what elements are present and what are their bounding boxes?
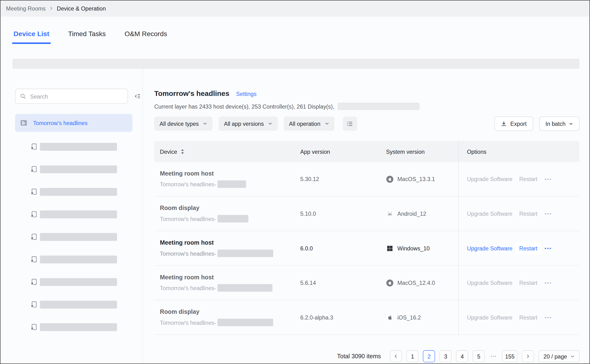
redacted-banner: [13, 58, 579, 69]
upgrade-software-link[interactable]: Upgrade Software: [467, 176, 512, 182]
next-page-button[interactable]: [522, 350, 534, 362]
page-button-3[interactable]: 3: [440, 350, 452, 362]
device-tree-sidebar: Tomorrow's headlines: [0, 69, 143, 364]
device-icon: [30, 165, 38, 173]
tree-item-placeholder[interactable]: [30, 278, 143, 286]
collapse-tree-icon[interactable]: [134, 93, 141, 99]
device-sub-label: Tomorrow's headlines-: [160, 215, 216, 222]
filter-toolbar: All device types All app versions All op…: [154, 117, 579, 131]
tab-om-records[interactable]: O&M Records: [124, 26, 168, 44]
tree-item-label: Tomorrow's headlines: [33, 120, 87, 126]
device-icon: [30, 233, 38, 240]
tree-item-placeholder[interactable]: [30, 165, 143, 173]
device-type-select-value: All device types: [160, 121, 199, 127]
tab-timed-tasks[interactable]: Timed Tasks: [67, 26, 106, 44]
pagination-ellipsis-icon[interactable]: [489, 353, 498, 359]
device-sub-label: Tomorrow's headlines-: [160, 181, 216, 188]
breadcrumb: Meeting Rooms Device & Operation: [0, 0, 590, 17]
device-icon: [30, 188, 38, 195]
tree-item-placeholder[interactable]: [30, 143, 143, 151]
restart-link[interactable]: Restart: [519, 280, 537, 286]
chevron-down-icon: [268, 122, 273, 126]
page-button-1[interactable]: 1: [407, 350, 419, 362]
device-icon: [30, 278, 38, 286]
table-row: Meeting room host Tomorrow's headlines- …: [154, 266, 579, 300]
system-version: MacOS_13.3.1: [397, 176, 435, 182]
more-actions-icon[interactable]: [544, 279, 552, 286]
table-row: Room display Tomorrow's headlines- 6.2.0…: [154, 300, 579, 335]
upgrade-software-link[interactable]: Upgrade Software: [467, 210, 512, 217]
app-version: 6.2.0-alpha.3: [300, 314, 386, 321]
pagination-total: Total 3090 items: [337, 353, 381, 360]
in-batch-button[interactable]: In batch: [539, 117, 579, 131]
tree-item-placeholder[interactable]: [30, 233, 143, 241]
tree-item-placeholder[interactable]: [30, 300, 143, 309]
sidebar-search-row: [15, 89, 143, 104]
device-icon: [30, 210, 38, 218]
device-icon: [30, 301, 38, 308]
operation-select-value: All operation: [289, 121, 320, 127]
page-button-last[interactable]: 155: [502, 350, 517, 362]
tab-device-list[interactable]: Device List: [13, 26, 50, 44]
redacted-device-id: [217, 215, 248, 222]
table-header: Device App version System version Option…: [154, 141, 579, 162]
summary-text: Current layer has 2433 host device(s), 2…: [154, 103, 334, 110]
redacted-label: [40, 210, 117, 218]
operation-select[interactable]: All operation: [284, 117, 334, 131]
windows-icon: [386, 244, 393, 252]
settings-link[interactable]: Settings: [236, 91, 256, 97]
sort-icon[interactable]: [181, 149, 184, 155]
search-input[interactable]: [29, 92, 123, 100]
tree-item-placeholder[interactable]: [30, 255, 143, 264]
more-actions-icon[interactable]: [544, 313, 552, 321]
more-actions-icon[interactable]: [544, 244, 552, 252]
system-version: MacOS_12.4.0: [397, 280, 435, 286]
page-button-5[interactable]: 5: [473, 350, 485, 362]
column-header-app-version: App version: [300, 148, 386, 155]
column-header-options: Options: [458, 141, 579, 162]
tree-item-placeholder[interactable]: [30, 210, 143, 218]
page-title: Tomorrow's headlines: [154, 90, 229, 98]
ios-icon: [386, 313, 393, 321]
redacted-label: [40, 323, 117, 331]
app-version-select[interactable]: All app versions: [219, 117, 278, 131]
chevron-right-icon: [49, 6, 54, 11]
upgrade-software-link[interactable]: Upgrade Software: [467, 280, 512, 286]
upgrade-software-link[interactable]: Upgrade Software: [467, 314, 512, 321]
more-actions-icon[interactable]: [544, 210, 552, 217]
device-sub-label: Tomorrow's headlines-: [160, 285, 216, 291]
restart-link-highlighted[interactable]: Restart: [515, 242, 542, 254]
app-version-select-value: All app versions: [224, 121, 264, 127]
tree-item-placeholder[interactable]: [30, 188, 143, 196]
device-icon: [30, 256, 38, 263]
device-name: Meeting room host: [160, 239, 300, 246]
column-header-device[interactable]: Device: [154, 148, 300, 155]
search-box[interactable]: [15, 89, 128, 104]
device-icon: [30, 323, 38, 331]
prev-page-button[interactable]: [390, 350, 402, 362]
upgrade-software-link[interactable]: Upgrade Software: [467, 245, 512, 252]
tab-bar: Device List Timed Tasks O&M Records: [0, 26, 590, 44]
restart-link[interactable]: Restart: [519, 176, 537, 182]
device-type-select[interactable]: All device types: [154, 117, 213, 131]
redacted-label: [40, 143, 117, 150]
system-version: iOS_16.2: [397, 314, 421, 321]
redacted-device-id: [217, 249, 273, 257]
page-button-4[interactable]: 4: [456, 350, 468, 362]
chevron-down-icon: [203, 122, 207, 126]
list-settings-icon: [347, 121, 353, 127]
export-button[interactable]: Export: [495, 117, 533, 131]
redacted-label: [40, 188, 117, 196]
page-size-select[interactable]: 20 / page: [538, 350, 579, 362]
restart-link[interactable]: Restart: [519, 314, 537, 321]
column-settings-button[interactable]: [343, 117, 357, 131]
tree-item-tomorrows-headlines[interactable]: Tomorrow's headlines: [15, 114, 132, 132]
page-button-2-active[interactable]: 2: [423, 350, 435, 362]
redacted-label: [40, 255, 117, 263]
breadcrumb-item-meeting-rooms[interactable]: Meeting Rooms: [6, 5, 46, 12]
tree-item-placeholder[interactable]: [30, 323, 143, 331]
more-actions-icon[interactable]: [544, 175, 552, 183]
table-row: Room display Tomorrow's headlines- 5.10.…: [154, 197, 579, 231]
device-sub-label: Tomorrow's headlines-: [160, 319, 216, 326]
restart-link[interactable]: Restart: [519, 210, 537, 217]
